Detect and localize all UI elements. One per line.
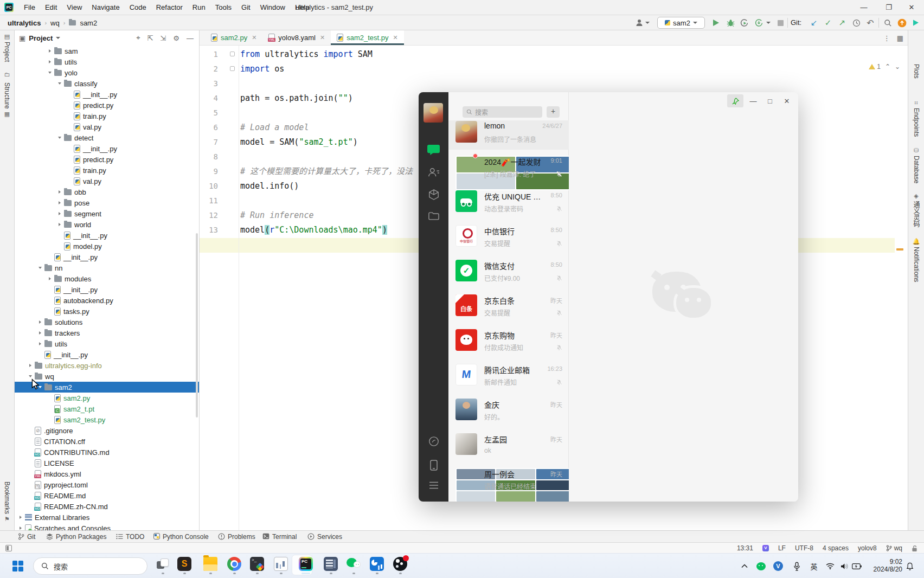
- profiler-button[interactable]: [738, 15, 750, 30]
- wechat-user-avatar[interactable]: [424, 103, 443, 123]
- stop-button[interactable]: [774, 15, 786, 30]
- expand-all-button[interactable]: ⇱: [147, 34, 153, 42]
- tree-expand-arrow[interactable]: [36, 320, 44, 324]
- tree-expand-arrow[interactable]: [36, 342, 44, 345]
- tree-item-init-py-28[interactable]: __init__.py: [15, 349, 199, 360]
- menu-view[interactable]: View: [62, 0, 87, 15]
- menu-code[interactable]: Code: [125, 0, 151, 15]
- wechat-files-tab[interactable]: [419, 211, 448, 221]
- tree-expand-arrow[interactable]: [16, 516, 25, 519]
- chat-item-2024-一起发财[interactable]: 2024🧨一起发财9:01[2条] 段嘉泽: 绝了: [448, 150, 569, 184]
- tree-expand-arrow[interactable]: [55, 223, 64, 226]
- taskbar-performance-monitor[interactable]: [270, 555, 292, 577]
- collapse-all-button[interactable]: ⇲: [160, 34, 166, 42]
- chat-item-左孟园[interactable]: 左孟园昨天ok: [448, 427, 569, 462]
- coverage-button[interactable]: [753, 15, 765, 30]
- menu-navigate[interactable]: Navigate: [87, 0, 124, 15]
- tree-collapse-arrow[interactable]: [55, 82, 64, 85]
- tree-item-pose-14[interactable]: pose: [15, 197, 199, 208]
- tree-expand-arrow[interactable]: [55, 190, 64, 194]
- tree-item-yolo-2[interactable]: yolo: [15, 67, 199, 78]
- menu-refactor[interactable]: Refactor: [151, 0, 188, 15]
- lock-icon[interactable]: [912, 545, 917, 552]
- menu-edit[interactable]: Edit: [40, 0, 62, 15]
- wechat-close-button[interactable]: ✕: [779, 94, 795, 107]
- run-button[interactable]: [709, 15, 722, 30]
- tray-volume-icon[interactable]: [838, 554, 850, 578]
- taskbar-monitor-app[interactable]: [366, 555, 388, 577]
- tray-microphone-icon[interactable]: [791, 554, 803, 578]
- chat-item-中信银行[interactable]: 中信银行8:50交易提醒: [448, 219, 569, 254]
- chat-item-金庆[interactable]: 金庆昨天好的。: [448, 393, 569, 427]
- tree-item-sam2-py-32[interactable]: sam2.py: [15, 393, 199, 403]
- tree-item-readme-zh-cn-md-42[interactable]: README.zh-CN.md: [15, 501, 199, 512]
- tree-item-tasks-py-24[interactable]: tasks.py: [15, 306, 199, 317]
- tree-item-wq-30[interactable]: wq: [15, 371, 199, 382]
- breadcrumb-wq[interactable]: wq: [50, 19, 60, 27]
- tray-clock[interactable]: 9:02 2024/8/20: [865, 554, 902, 578]
- tree-item-predict-py-5[interactable]: predict.py: [15, 100, 199, 111]
- hide-panel-button[interactable]: —: [187, 34, 194, 42]
- user-profile-button[interactable]: [633, 15, 652, 30]
- settings-gear-icon[interactable]: ⚙: [173, 34, 179, 42]
- search-everywhere-button[interactable]: [882, 15, 894, 30]
- taskbar-dev-terminal[interactable]: [246, 555, 268, 577]
- update-available-button[interactable]: [896, 15, 908, 30]
- tab-sam2-py[interactable]: sam2.py✕: [205, 30, 262, 45]
- tree-item-trackers-26[interactable]: trackers: [15, 327, 199, 338]
- taskbar-search-box[interactable]: 搜索: [33, 557, 147, 575]
- chat-item-周一例会[interactable]: 周一例会昨天语音通话已经结束: [448, 462, 569, 497]
- chat-item-lemon[interactable]: lemon24/6/27你撤回了一条消息: [448, 120, 569, 150]
- taskbar-obs[interactable]: [389, 555, 411, 577]
- tree-scrollbar[interactable]: [196, 233, 198, 418]
- toolwindow-git[interactable]: Git: [18, 531, 35, 543]
- toolwindow-problems[interactable]: Problems: [218, 531, 255, 543]
- tab-options-icon[interactable]: ⋮: [883, 34, 890, 42]
- project-panel-header[interactable]: ▣ Project ⌖ ⇱ ⇲ ⚙ —: [15, 30, 199, 46]
- tool-stripe-notifications[interactable]: 🔔Notifications: [908, 239, 924, 282]
- tray-wechat-icon[interactable]: [755, 554, 767, 578]
- tree-item-train-py-6[interactable]: train.py: [15, 111, 199, 121]
- wechat-search-box[interactable]: 搜索: [463, 106, 542, 118]
- tree-item-sam2-test-py-34[interactable]: sam2_test.py: [15, 414, 199, 425]
- wechat-menu-tab[interactable]: [419, 481, 448, 489]
- tree-item-autobackend-py-23[interactable]: autobackend.py: [15, 295, 199, 306]
- tree-expand-arrow[interactable]: [36, 331, 44, 335]
- tree-expand-arrow[interactable]: [46, 49, 54, 53]
- start-button[interactable]: [12, 560, 24, 574]
- run-configuration-select[interactable]: sam2: [657, 17, 705, 29]
- wechat-maximize-button[interactable]: □: [762, 94, 778, 107]
- tree-item-val-py-7[interactable]: val.py: [15, 121, 199, 132]
- tree-item-predict-py-10[interactable]: predict.py: [15, 154, 199, 165]
- menu-git[interactable]: Git: [236, 0, 255, 15]
- tree-item-classify-3[interactable]: classify: [15, 78, 199, 89]
- ai-assistant-button[interactable]: [910, 15, 922, 30]
- tree-collapse-arrow[interactable]: [55, 137, 64, 139]
- coverage-dropdown[interactable]: [765, 15, 772, 30]
- tree-item-external-libraries-43[interactable]: External Libraries: [15, 512, 199, 523]
- tray-notification-bell[interactable]: [903, 554, 916, 578]
- tree-collapse-arrow[interactable]: [36, 267, 44, 269]
- tab-sam2-test-py[interactable]: sam2_test.py✕: [331, 30, 404, 45]
- tree-item-nn-20[interactable]: nn: [15, 262, 199, 273]
- tree-expand-arrow[interactable]: [46, 277, 54, 280]
- tree-expand-arrow[interactable]: [26, 364, 35, 367]
- tree-collapse-arrow[interactable]: [26, 375, 35, 377]
- python-interpreter[interactable]: yolov8: [858, 544, 877, 552]
- tool-stripe-structure[interactable]: Structure ▦: [0, 82, 14, 117]
- tree-item-model-py-18[interactable]: model.py: [15, 241, 199, 252]
- tab-yolov8-yaml[interactable]: yolov8.yaml✕: [262, 30, 331, 45]
- tree-item-license-38[interactable]: LICENSE: [15, 458, 199, 468]
- line-separator[interactable]: LF: [778, 544, 786, 552]
- wechat-contacts-tab[interactable]: [419, 167, 448, 178]
- tree-item-detect-8[interactable]: detect: [15, 132, 199, 143]
- close-button[interactable]: ✕: [899, 0, 924, 15]
- commit-folder-icon[interactable]: 🗀: [0, 72, 14, 78]
- indent-style[interactable]: 4 spaces: [823, 544, 849, 552]
- wechat-new-chat-button[interactable]: +: [547, 106, 560, 118]
- tree-item-init-py-22[interactable]: __init__.py: [15, 284, 199, 295]
- tool-stripe-project[interactable]: ▤ Project: [0, 34, 14, 62]
- menu-file[interactable]: File: [19, 0, 40, 15]
- tree-expand-arrow[interactable]: [55, 212, 64, 215]
- git-update-button[interactable]: ↙: [808, 15, 820, 30]
